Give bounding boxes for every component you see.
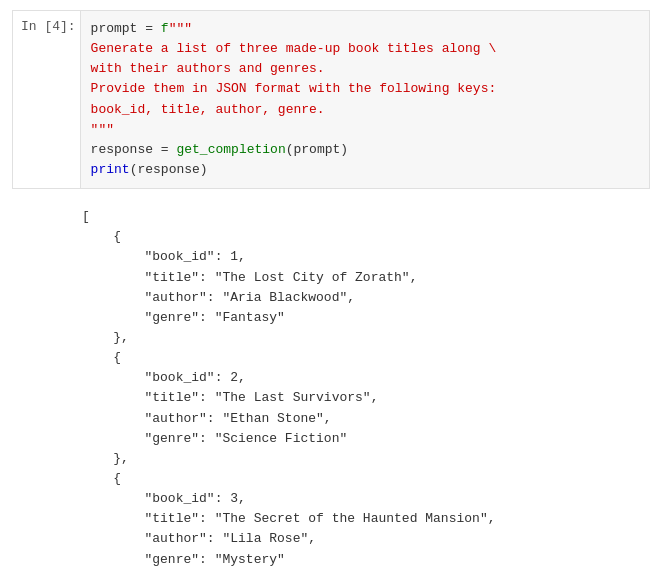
cell-label: In [4]: bbox=[13, 11, 80, 188]
code-block: prompt = f""" Generate a list of three m… bbox=[91, 19, 639, 180]
cell-label-text: In [4]: bbox=[21, 19, 76, 34]
notebook-cell: In [4]: prompt = f""" Generate a list of… bbox=[12, 10, 650, 189]
cell-content[interactable]: prompt = f""" Generate a list of three m… bbox=[80, 11, 649, 188]
output-block: [ { "book_id": 1, "title": "The Lost Cit… bbox=[82, 207, 640, 569]
output-area: [ { "book_id": 1, "title": "The Lost Cit… bbox=[12, 199, 650, 569]
